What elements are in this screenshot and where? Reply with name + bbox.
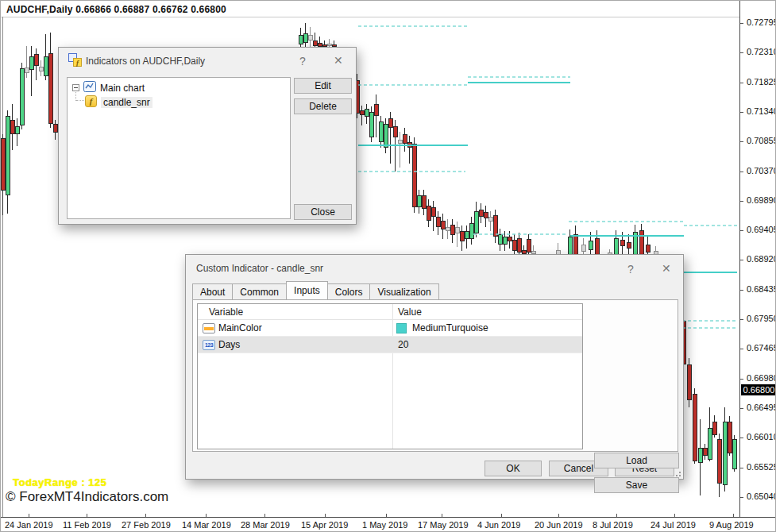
mt4-chart-window: AUDCHF,Daily 0.66866 0.66887 0.66762 0.6… bbox=[0, 0, 776, 532]
candle-body bbox=[461, 232, 465, 241]
inputs-table: Variable Value MainColor MediumTurquoise… bbox=[197, 303, 583, 449]
custom-dialog-title[interactable]: Custom Indicator - candle_snr bbox=[196, 263, 323, 274]
table-row-maincolor[interactable]: MainColor MediumTurquoise bbox=[198, 320, 582, 337]
candle bbox=[413, 137, 417, 213]
candle-body bbox=[25, 68, 29, 73]
load-button[interactable]: Load bbox=[594, 453, 679, 468]
candle bbox=[451, 219, 455, 243]
date-tick bbox=[674, 514, 675, 517]
candle-body bbox=[475, 212, 479, 233]
tree-collapse-icon[interactable] bbox=[72, 84, 79, 91]
candle bbox=[408, 136, 412, 164]
candle-body bbox=[299, 36, 303, 44]
candle bbox=[389, 112, 393, 164]
close-button[interactable]: Close bbox=[294, 204, 352, 220]
tab-inputs[interactable]: Inputs bbox=[286, 281, 328, 299]
price-axis-label: 0.65525 bbox=[747, 462, 776, 472]
date-axis-label: 11 Feb 2019 bbox=[63, 520, 111, 530]
tree-item-candle-snr[interactable]: candle_snr bbox=[101, 97, 152, 108]
help-button[interactable]: ? bbox=[299, 56, 306, 67]
indicators-dialog-title[interactable]: Indicators on AUDCHF,Daily bbox=[86, 56, 205, 67]
close-icon[interactable]: ✕ bbox=[334, 55, 343, 66]
tab-colors[interactable]: Colors bbox=[327, 283, 371, 299]
candle-body bbox=[733, 440, 737, 469]
date-tick bbox=[558, 514, 559, 517]
candle bbox=[475, 202, 479, 237]
candle-body bbox=[504, 237, 508, 245]
candle bbox=[596, 230, 600, 255]
tab-visualization[interactable]: Visualization bbox=[369, 283, 438, 299]
color-swatch-mediumturquoise bbox=[396, 323, 407, 333]
candle bbox=[30, 46, 34, 96]
date-axis[interactable]: 24 Jan 201911 Feb 201927 Feb 201914 Mar … bbox=[1, 518, 776, 532]
candle-body bbox=[413, 145, 417, 207]
candle bbox=[728, 416, 732, 456]
candle-body bbox=[523, 251, 527, 254]
candle bbox=[384, 118, 388, 153]
candle bbox=[582, 238, 586, 255]
candle bbox=[35, 48, 39, 80]
tree-item-main-chart[interactable]: Main chart bbox=[100, 83, 145, 94]
candle-body bbox=[370, 113, 374, 137]
candle-body bbox=[494, 216, 498, 237]
date-axis-label: 20 Jun 2019 bbox=[535, 520, 583, 530]
candle-body bbox=[328, 44, 332, 46]
price-tick bbox=[740, 349, 743, 349]
candle bbox=[574, 226, 578, 255]
table-row-days[interactable]: 123 Days 20 bbox=[198, 337, 582, 353]
date-tick bbox=[325, 514, 326, 517]
number-icon: 123 bbox=[203, 340, 215, 350]
date-axis-label: 9 Aug 2019 bbox=[709, 520, 754, 530]
help-button[interactable]: ? bbox=[627, 264, 634, 275]
date-tick bbox=[733, 514, 734, 517]
candle-body bbox=[403, 135, 407, 144]
candle bbox=[713, 415, 717, 438]
tab-about[interactable]: About bbox=[192, 283, 233, 299]
price-tick bbox=[740, 83, 743, 83]
ok-button[interactable]: OK bbox=[485, 461, 542, 476]
candle bbox=[494, 210, 498, 243]
inputs-tab-panel: Variable Value MainColor MediumTurquoise… bbox=[192, 299, 678, 452]
candle bbox=[640, 224, 644, 255]
price-axis-label: 0.69890 bbox=[747, 195, 776, 205]
dialog-tabs: About Common Inputs Colors Visualization bbox=[192, 283, 438, 299]
price-axis[interactable]: 0.727950.723100.718250.713400.708550.703… bbox=[740, 1, 776, 517]
delete-button[interactable]: Delete bbox=[294, 98, 352, 114]
candle-body bbox=[693, 395, 697, 461]
price-tick bbox=[740, 290, 743, 291]
resize-grip[interactable] bbox=[674, 469, 681, 476]
candle bbox=[627, 234, 631, 255]
price-tick bbox=[740, 230, 743, 231]
tab-common[interactable]: Common bbox=[232, 283, 287, 299]
candle bbox=[489, 211, 493, 231]
candle bbox=[299, 28, 303, 48]
candle-body bbox=[589, 241, 593, 250]
candle bbox=[403, 128, 407, 152]
candle bbox=[733, 435, 737, 472]
edit-button[interactable]: Edit bbox=[294, 78, 352, 94]
date-axis-label: 17 May 2019 bbox=[418, 520, 469, 530]
price-axis-label: 0.71340 bbox=[747, 106, 776, 116]
current-price-tag: 0.66800 bbox=[741, 384, 776, 395]
close-icon[interactable]: ✕ bbox=[662, 263, 671, 274]
date-tick bbox=[386, 514, 387, 517]
candle bbox=[314, 33, 318, 47]
price-tick bbox=[740, 408, 743, 409]
price-axis-label: 0.66010 bbox=[747, 432, 776, 441]
candle-body bbox=[627, 243, 631, 249]
save-button[interactable]: Save bbox=[594, 477, 679, 493]
candle-body bbox=[470, 224, 474, 239]
candle-body bbox=[418, 196, 422, 207]
candle bbox=[724, 407, 728, 492]
candle bbox=[480, 203, 484, 223]
variable-value[interactable]: MediumTurquoise bbox=[412, 322, 488, 333]
candle bbox=[309, 27, 313, 48]
indicators-dialog: f Indicators on AUDCHF,Daily ? ✕ Main ch… bbox=[58, 47, 357, 225]
candle bbox=[16, 118, 20, 146]
candle-body bbox=[508, 237, 512, 241]
variable-value[interactable]: 20 bbox=[398, 339, 408, 350]
candle-body bbox=[485, 213, 488, 218]
candle bbox=[693, 388, 697, 464]
candle bbox=[470, 217, 474, 245]
candle-body bbox=[365, 110, 369, 117]
